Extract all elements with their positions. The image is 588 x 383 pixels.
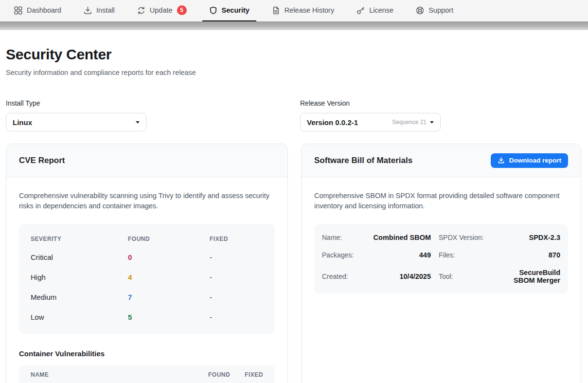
cve-description: Comprehensive vulnerability scanning usi… bbox=[19, 191, 275, 211]
nav-label: Install bbox=[96, 6, 115, 14]
cve-card-title: CVE Report bbox=[19, 156, 65, 165]
found-count: 4 bbox=[128, 273, 210, 281]
nav-label: Update bbox=[150, 6, 173, 14]
nav-item-release-history[interactable]: Release History bbox=[265, 0, 341, 21]
nav-item-license[interactable]: License bbox=[350, 0, 400, 21]
sbom-tool-value: SecureBuild SBOM Merger bbox=[498, 264, 560, 289]
cve-card-header: CVE Report bbox=[6, 144, 287, 177]
cve-card-body: Comprehensive vulnerability scanning usi… bbox=[6, 177, 287, 383]
nav-label: Support bbox=[428, 6, 453, 14]
severity-table-header: SEVERITY FOUND FIXED bbox=[31, 230, 263, 247]
dashboard-grid-icon bbox=[14, 6, 22, 15]
fixed-count: - bbox=[210, 293, 263, 301]
download-icon bbox=[498, 157, 505, 164]
col-name: NAME bbox=[31, 371, 208, 378]
col-found: FOUND bbox=[128, 236, 210, 242]
col-fixed: FIXED bbox=[210, 236, 263, 242]
container-vulnerabilities-title: Container Vulnerabilities bbox=[19, 349, 275, 358]
sbom-packages-label: Packages: bbox=[322, 246, 369, 264]
sbom-card-body: Comprehensive SBOM in SPDX format provid… bbox=[302, 177, 581, 383]
sbom-description: Comprehensive SBOM in SPDX format provid… bbox=[314, 191, 568, 211]
severity-name: High bbox=[31, 273, 128, 281]
cve-report-card: CVE Report Comprehensive vulnerability s… bbox=[6, 144, 288, 383]
page-subtitle: Security information and compliance repo… bbox=[6, 69, 581, 76]
sbom-card: Software Bill of Materials Download repo… bbox=[301, 144, 581, 383]
nav-item-update[interactable]: Update 5 bbox=[130, 0, 194, 21]
nav-label: Dashboard bbox=[27, 6, 61, 14]
sequence-text: Sequence 21 bbox=[392, 119, 427, 126]
shield-icon bbox=[209, 6, 217, 15]
col-fixed: FIXED bbox=[245, 371, 263, 378]
severity-table: SEVERITY FOUND FIXED Critical 0 - High 4… bbox=[19, 224, 275, 334]
nav-item-support[interactable]: Support bbox=[409, 0, 460, 21]
download-report-button[interactable]: Download report bbox=[491, 153, 568, 168]
chevron-down-icon bbox=[136, 121, 140, 124]
table-row-critical: Critical 0 - bbox=[31, 247, 263, 267]
sbom-created-value: 10/4/2025 bbox=[369, 264, 439, 289]
sbom-spdx-value: SPDX-2.3 bbox=[498, 229, 560, 246]
nav-label: Security bbox=[222, 6, 249, 14]
nav-item-security[interactable]: Security bbox=[202, 0, 256, 21]
install-type-label: Install Type bbox=[6, 99, 146, 107]
table-row-low: Low 5 - bbox=[31, 307, 263, 327]
filters-row: Install Type Linux Release Version Versi… bbox=[6, 99, 581, 131]
sbom-details: Name: Combined SBOM SPDX Version: SPDX-2… bbox=[314, 224, 568, 293]
sbom-card-header: Software Bill of Materials Download repo… bbox=[302, 144, 581, 177]
fixed-count: - bbox=[210, 313, 263, 321]
col-found: FOUND bbox=[208, 371, 230, 378]
container-table-header: NAME FOUND FIXED bbox=[19, 365, 275, 383]
release-version-value: Version 0.0.2-1 bbox=[307, 118, 358, 127]
cards-row: CVE Report Comprehensive vulnerability s… bbox=[6, 144, 581, 383]
chevron-down-icon bbox=[430, 121, 434, 124]
download-report-label: Download report bbox=[509, 157, 561, 164]
found-count: 0 bbox=[128, 253, 210, 261]
update-count-badge: 5 bbox=[177, 5, 187, 15]
sbom-files-value: 870 bbox=[498, 246, 560, 264]
table-row-medium: Medium 7 - bbox=[31, 287, 263, 307]
download-icon bbox=[84, 6, 92, 15]
release-version-label: Release Version bbox=[300, 99, 441, 107]
nav-item-dashboard[interactable]: Dashboard bbox=[7, 0, 68, 21]
install-type-select[interactable]: Linux bbox=[6, 113, 146, 131]
document-icon bbox=[272, 6, 280, 15]
found-count: 5 bbox=[128, 313, 210, 321]
severity-name: Critical bbox=[31, 253, 128, 261]
fixed-count: - bbox=[210, 273, 263, 281]
nav-item-install[interactable]: Install bbox=[77, 0, 122, 21]
release-version-select[interactable]: Version 0.0.2-1 Sequence 21 bbox=[300, 113, 441, 131]
col-severity: SEVERITY bbox=[31, 236, 128, 242]
nav-label: Release History bbox=[285, 6, 334, 14]
main-content: Security Center Security information and… bbox=[0, 46, 588, 383]
page-title: Security Center bbox=[6, 46, 581, 63]
release-version-filter: Release Version Version 0.0.2-1 Sequence… bbox=[300, 99, 441, 131]
key-icon bbox=[356, 6, 365, 15]
install-type-filter: Install Type Linux bbox=[6, 99, 146, 131]
sbom-name-label: Name: bbox=[322, 229, 369, 246]
sbom-card-title: Software Bill of Materials bbox=[314, 156, 412, 165]
nav-shadow-divider bbox=[0, 21, 588, 30]
install-type-value: Linux bbox=[13, 118, 32, 127]
sbom-name-value: Combined SBOM bbox=[369, 229, 439, 246]
top-nav: Dashboard Install Update 5 Security Rele… bbox=[0, 0, 588, 21]
sbom-details-grid: Name: Combined SBOM SPDX Version: SPDX-2… bbox=[322, 229, 560, 289]
refresh-icon bbox=[137, 6, 145, 15]
found-count: 7 bbox=[128, 293, 210, 301]
fixed-count: - bbox=[210, 253, 263, 261]
table-row-high: High 4 - bbox=[31, 267, 263, 287]
nav-label: License bbox=[369, 6, 393, 14]
lifebuoy-icon bbox=[416, 6, 424, 15]
severity-name: Medium bbox=[31, 293, 128, 301]
sbom-tool-label: Tool: bbox=[439, 264, 498, 289]
sbom-created-label: Created: bbox=[322, 264, 369, 289]
sbom-files-label: Files: bbox=[439, 246, 498, 264]
sbom-spdx-label: SPDX Version: bbox=[439, 229, 498, 246]
sbom-packages-value: 449 bbox=[369, 246, 439, 264]
severity-name: Low bbox=[31, 313, 128, 321]
